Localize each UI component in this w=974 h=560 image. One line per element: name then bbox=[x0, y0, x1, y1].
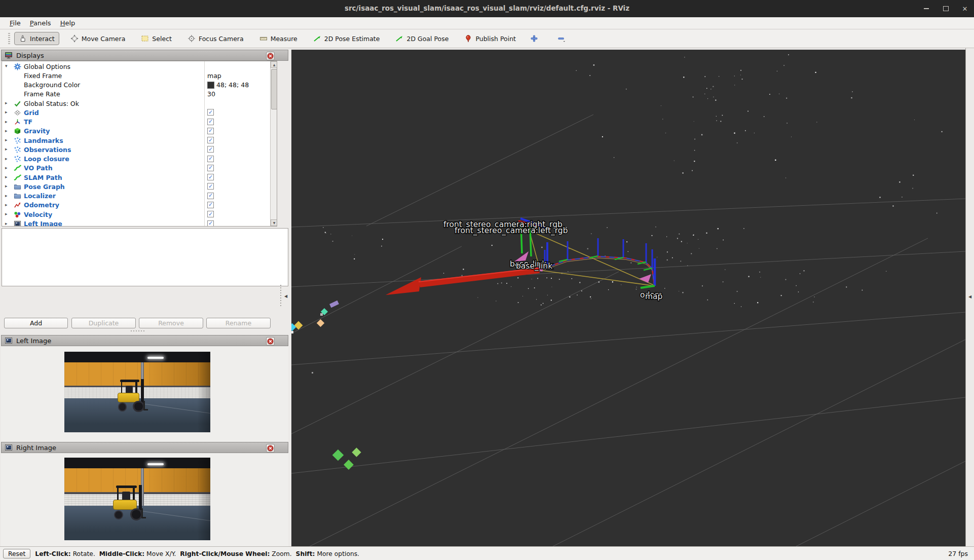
tree-item-label: Grid bbox=[24, 109, 39, 117]
3d-viewport[interactable]: front_stereo_camera:right_rgbfront_stere… bbox=[291, 50, 965, 546]
tree-item-label: VO Path bbox=[24, 164, 53, 172]
tree-display-row[interactable]: ▸Observations✓ bbox=[2, 145, 269, 154]
expander-icon[interactable]: ▸ bbox=[5, 211, 8, 216]
expander-icon[interactable]: ▸ bbox=[5, 165, 8, 170]
display-checkbox[interactable]: ✓ bbox=[207, 156, 214, 162]
collapse-left-panel-arrow[interactable]: ◀ bbox=[284, 294, 287, 298]
tree-display-row[interactable]: ▾Global Options bbox=[2, 62, 269, 71]
tree-display-row[interactable]: ▸Gravity✓ bbox=[2, 127, 269, 136]
display-checkbox[interactable]: ✓ bbox=[207, 202, 214, 208]
tree-display-row[interactable]: ▸SLAM Path✓ bbox=[2, 173, 269, 182]
tool-publish-point[interactable]: Publish Point bbox=[460, 32, 520, 45]
expander-icon[interactable]: ▸ bbox=[5, 137, 8, 142]
display-checkbox[interactable]: ✓ bbox=[207, 109, 214, 116]
displays-panel-header[interactable]: Displays bbox=[1, 50, 288, 61]
close-left-image-panel-button[interactable] bbox=[266, 337, 275, 346]
tree-scrollbar[interactable]: ▲ ▼ bbox=[270, 61, 277, 226]
tree-display-row[interactable]: ▸VO Path✓ bbox=[2, 164, 269, 173]
tree-display-row[interactable]: ▸Localizer✓ bbox=[2, 192, 269, 201]
remove-tool-button[interactable] bbox=[554, 32, 569, 45]
scroll-up-button[interactable]: ▲ bbox=[271, 61, 277, 68]
minimize-button[interactable] bbox=[922, 5, 930, 13]
tree-display-row[interactable]: ▸Velocity✓ bbox=[2, 210, 269, 219]
tree-property-row[interactable]: Fixed Framemap bbox=[2, 71, 269, 80]
close-right-image-panel-button[interactable] bbox=[266, 444, 275, 453]
tree-display-row[interactable]: ▸Global Status: Ok bbox=[2, 99, 269, 108]
display-checkbox[interactable]: ✓ bbox=[207, 220, 214, 227]
display-checkbox[interactable]: ✓ bbox=[207, 165, 214, 171]
left-image-panel-header[interactable]: Left Image bbox=[1, 335, 288, 346]
right-camera-image bbox=[64, 458, 210, 540]
display-checkbox[interactable]: ✓ bbox=[207, 174, 214, 180]
display-checkbox[interactable]: ✓ bbox=[207, 193, 214, 199]
tree-display-row[interactable]: ▸Left Image✓ bbox=[2, 219, 269, 227]
display-checkbox[interactable]: ✓ bbox=[207, 211, 214, 217]
tree-display-row[interactable]: ▸Odometry✓ bbox=[2, 201, 269, 210]
close-displays-panel-button[interactable] bbox=[266, 52, 275, 60]
expander-icon[interactable]: ▸ bbox=[5, 128, 8, 133]
property-value[interactable]: map bbox=[207, 72, 221, 80]
tool-interact[interactable]: Interact bbox=[14, 32, 59, 45]
expander-icon[interactable]: ▸ bbox=[5, 156, 8, 161]
goal-pose-icon bbox=[395, 34, 403, 43]
expander-icon[interactable]: ▸ bbox=[5, 193, 8, 198]
expander-icon[interactable]: ▸ bbox=[5, 100, 8, 105]
dots-icon bbox=[14, 137, 22, 145]
forklift bbox=[117, 379, 149, 412]
display-checkbox[interactable]: ✓ bbox=[207, 137, 214, 143]
right-image-panel-title: Right Image bbox=[16, 444, 56, 452]
expander-icon[interactable]: ▸ bbox=[5, 183, 8, 189]
expander-icon[interactable]: ▸ bbox=[5, 174, 8, 179]
scrollbar-thumb[interactable] bbox=[271, 69, 277, 109]
expander-icon[interactable]: ▸ bbox=[5, 146, 8, 152]
tree-item-label: Pose Graph bbox=[24, 183, 65, 191]
rename-display-button[interactable]: Rename bbox=[206, 318, 271, 328]
expander-icon[interactable]: ▾ bbox=[5, 63, 8, 68]
display-checkbox[interactable]: ✓ bbox=[207, 128, 214, 134]
property-value[interactable]: 30 bbox=[207, 90, 215, 98]
maximize-button[interactable] bbox=[942, 5, 950, 13]
tree-item-label: Localizer bbox=[24, 192, 56, 200]
expander-icon[interactable]: ▸ bbox=[5, 221, 8, 226]
menu-item-panels[interactable]: Panels bbox=[25, 18, 56, 28]
tree-property-row[interactable]: Background Color48; 48; 48 bbox=[2, 81, 269, 90]
expander-icon[interactable]: ▸ bbox=[5, 109, 8, 115]
tool-move-camera[interactable]: Move Camera bbox=[66, 32, 130, 45]
expander-icon[interactable]: ▸ bbox=[5, 119, 8, 124]
remove-display-button[interactable]: Remove bbox=[139, 318, 203, 328]
display-checkbox[interactable]: ✓ bbox=[207, 119, 214, 125]
expander-icon[interactable]: ▸ bbox=[5, 202, 8, 207]
menu-item-help[interactable]: Help bbox=[56, 18, 80, 28]
menu-item-file[interactable]: File bbox=[5, 18, 25, 28]
add-display-button[interactable]: Add bbox=[4, 318, 68, 328]
dock-splitter-handle[interactable] bbox=[280, 285, 281, 306]
tree-display-row[interactable]: ▸Pose Graph✓ bbox=[2, 182, 269, 191]
tool-focus-camera[interactable]: Focus Camera bbox=[183, 32, 248, 45]
select-icon bbox=[141, 34, 149, 43]
duplicate-display-button[interactable]: Duplicate bbox=[71, 318, 136, 328]
display-checkbox[interactable]: ✓ bbox=[207, 146, 214, 153]
right-image-panel-header[interactable]: Right Image bbox=[1, 442, 288, 453]
tool-2d-goal-pose[interactable]: 2D Goal Pose bbox=[391, 32, 453, 45]
panel-splitter-handle[interactable] bbox=[131, 330, 144, 331]
scroll-down-button[interactable]: ▼ bbox=[271, 219, 277, 226]
menu-bar: FilePanelsHelp bbox=[0, 17, 974, 29]
reset-button[interactable]: Reset bbox=[3, 549, 30, 558]
property-value[interactable]: 48; 48; 48 bbox=[207, 81, 249, 89]
toolbar-grip[interactable] bbox=[8, 33, 10, 44]
tool-measure[interactable]: Measure bbox=[255, 32, 302, 45]
close-button[interactable]: ✕ bbox=[961, 5, 969, 13]
tool-select[interactable]: Select bbox=[136, 32, 176, 45]
tree-display-row[interactable]: ▸Loop closure✓ bbox=[2, 155, 269, 164]
folder-icon bbox=[14, 183, 22, 191]
tree-property-row[interactable]: Frame Rate30 bbox=[2, 90, 269, 99]
tree-column-divider[interactable] bbox=[204, 61, 205, 226]
tool-2d-pose-estimate[interactable]: 2D Pose Estimate bbox=[309, 32, 385, 45]
expand-right-panel-arrow[interactable]: ◀ bbox=[968, 294, 971, 299]
tree-display-row[interactable]: ▸Landmarks✓ bbox=[2, 136, 269, 145]
tree-display-row[interactable]: ▸TF✓ bbox=[2, 118, 269, 127]
display-checkbox[interactable]: ✓ bbox=[207, 183, 214, 190]
tree-display-row[interactable]: ▸Grid✓ bbox=[2, 108, 269, 117]
add-tool-button[interactable] bbox=[527, 32, 541, 45]
displays-panel-title: Displays bbox=[16, 52, 44, 59]
